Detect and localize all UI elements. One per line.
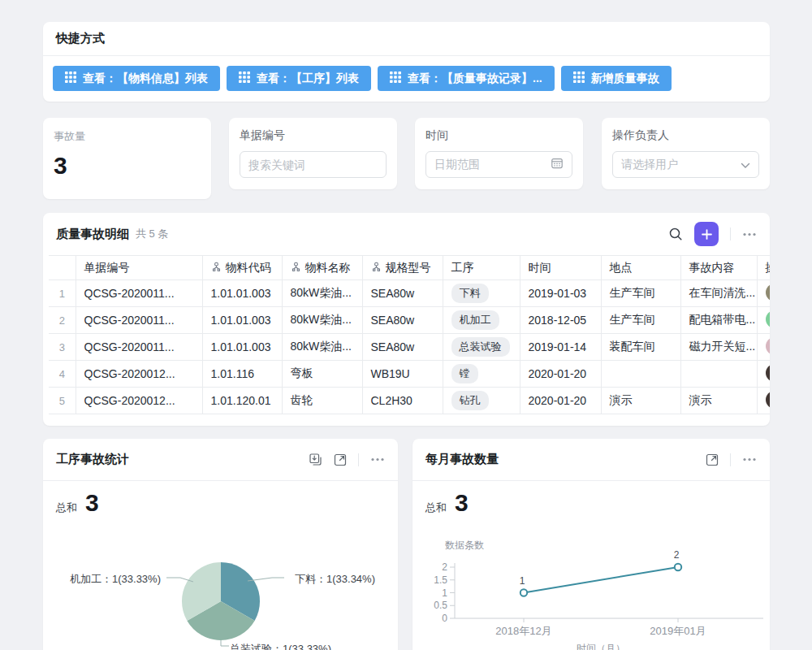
expand-icon[interactable] <box>706 453 719 466</box>
add-record-button[interactable] <box>694 222 719 246</box>
cell-num: 2 <box>49 307 76 334</box>
cell-spec: SEA80w <box>362 280 443 307</box>
x-tick-label: 2019年01月 <box>650 625 706 637</box>
x-tick-label: 2018年12月 <box>495 625 551 637</box>
avatar[interactable] <box>766 284 771 301</box>
incident-count-card: 事故量 3 <box>43 118 211 199</box>
cell-place: 装配车间 <box>601 334 680 361</box>
cell-mat_code: 1.01.01.003 <box>202 280 282 307</box>
cell-content: 演示 <box>680 388 757 414</box>
monthly-incident-line-card: 每月事故数量 总和 3 数据条数00.511.522018年12月2019年01… <box>412 439 770 650</box>
table-row[interactable]: 4QCSG-2020012...1.01.116弯板WB19U镗2020-01-… <box>49 361 770 388</box>
avatar[interactable] <box>766 391 771 409</box>
button-label: 查看：【物料信息】列表 <box>83 72 208 86</box>
operator-select-placeholder: 请选择用户 <box>621 158 736 172</box>
view-material-list-button[interactable]: 查看：【物料信息】列表 <box>53 66 220 91</box>
shortcuts-card: 快捷方式 查看：【物料信息】列表 查看：【工序】列表 查看：【质量事故记录】..… <box>43 22 770 102</box>
view-quality-records-button[interactable]: 查看：【质量事故记录】... <box>378 66 555 91</box>
y-tick-label: 0.5 <box>434 600 447 611</box>
relation-icon <box>211 262 222 275</box>
avatar[interactable] <box>766 337 771 355</box>
date-range-picker[interactable]: 日期范围 <box>425 151 572 178</box>
cell-avatar <box>757 388 770 414</box>
cell-spec: SEA80w <box>362 307 443 334</box>
data-point[interactable] <box>675 564 681 570</box>
cell-place: 演示 <box>601 388 680 414</box>
column-header-mat_code[interactable]: 物料代码 <box>202 256 282 280</box>
cell-mat_name: 80kW柴油... <box>282 307 362 334</box>
column-header-spec[interactable]: 规格型号 <box>362 256 443 280</box>
relation-icon <box>291 262 301 275</box>
table-row[interactable]: 2QCSG-2020011...1.01.01.00380kW柴油...SEA8… <box>49 307 770 334</box>
more-options-icon[interactable] <box>370 457 385 462</box>
table-row[interactable]: 5QCSG-2020012...1.01.120.01齿轮CL2H30钻孔202… <box>49 388 770 414</box>
chart-toolbar-divider <box>358 453 359 466</box>
cell-time: 2019-01-03 <box>520 280 601 307</box>
calendar-icon <box>551 157 564 173</box>
process-incident-pie-card: 工序事故统计 总和 <box>43 439 398 650</box>
export-image-icon[interactable] <box>309 453 322 466</box>
column-header-code[interactable]: 单据编号 <box>76 256 202 280</box>
cell-mat_code: 1.01.120.01 <box>202 388 282 414</box>
grid-icon <box>65 72 76 85</box>
table-row[interactable]: 1QCSG-2020011...1.01.01.00380kW柴油...SEA8… <box>49 280 770 307</box>
view-process-list-button[interactable]: 查看：【工序】列表 <box>227 66 371 91</box>
data-point-label: 1 <box>520 575 525 587</box>
table-row[interactable]: 3QCSG-2020011...1.01.01.00380kW柴油...SEA8… <box>49 334 770 361</box>
y-tick-label: 1.5 <box>434 574 447 586</box>
column-header-process[interactable]: 工序 <box>443 256 520 280</box>
pie-label-zongzhuangshiyan: 总装试验：1(33.33%) <box>230 642 331 650</box>
cell-mat_code: 1.01.116 <box>202 361 282 388</box>
cell-mat_name: 80kW柴油... <box>282 280 362 307</box>
date-range-placeholder: 日期范围 <box>434 158 546 172</box>
cell-time: 2020-01-20 <box>520 388 601 414</box>
cell-num: 5 <box>49 388 76 414</box>
cell-place: 生产车间 <box>601 280 680 307</box>
y-tick-label: 2 <box>442 561 447 573</box>
toolbar-divider <box>730 228 731 240</box>
pie-leader-line <box>221 640 229 646</box>
search-button[interactable] <box>668 227 683 241</box>
operator-filter-label: 操作负责人 <box>602 118 770 143</box>
data-point[interactable] <box>520 589 527 596</box>
add-quality-incident-button[interactable]: 新增质量事故 <box>561 66 672 91</box>
table-title: 质量事故明细 <box>56 227 129 242</box>
pie-label-xialiao: 下料：1(33.34%) <box>295 572 375 587</box>
more-options-icon[interactable] <box>742 232 757 236</box>
column-header-num[interactable] <box>49 256 76 280</box>
table-toolbar: 质量事故明细 共 5 条 <box>43 213 770 255</box>
line-chart-title: 每月事故数量 <box>425 452 499 467</box>
avatar[interactable] <box>766 310 771 328</box>
time-filter-card: 时间 日期范围 <box>415 118 583 189</box>
cell-process: 机加工 <box>443 307 520 334</box>
cell-mat_name: 80kW柴油... <box>282 334 362 361</box>
cell-time: 2020-01-20 <box>520 361 601 388</box>
expand-icon[interactable] <box>334 453 347 466</box>
cell-time: 2019-01-14 <box>520 334 601 361</box>
column-header-time[interactable]: 时间 <box>520 256 601 280</box>
cell-code: QCSG-2020012... <box>76 361 202 388</box>
line-series <box>524 567 678 593</box>
avatar[interactable] <box>766 364 771 382</box>
cell-code: QCSG-2020011... <box>76 307 202 334</box>
quality-incident-table-card: 质量事故明细 共 5 条 单据编号物料代码物料名称规格型号工序时间地点 <box>43 213 770 426</box>
column-header-avatar[interactable]: 操作负责人 <box>757 256 770 280</box>
more-options-icon[interactable] <box>742 457 757 462</box>
shortcuts-title: 快捷方式 <box>43 22 770 56</box>
column-header-mat_name[interactable]: 物料名称 <box>282 256 362 280</box>
process-tag: 钻孔 <box>451 391 489 410</box>
cell-content: 配电箱带电... <box>680 307 757 334</box>
pie-leader-line <box>248 578 284 581</box>
cell-spec: SEA80w <box>362 334 443 361</box>
cell-content: 磁力开关短... <box>680 334 757 361</box>
column-header-place[interactable]: 地点 <box>601 256 680 280</box>
table-record-count: 共 5 条 <box>136 227 168 241</box>
cell-code: QCSG-2020011... <box>76 280 202 307</box>
chevron-down-icon <box>741 158 750 172</box>
column-header-content[interactable]: 事故内容 <box>680 256 757 280</box>
line-total-value: 3 <box>455 489 469 517</box>
cell-spec: CL2H30 <box>362 388 443 414</box>
operator-select[interactable]: 请选择用户 <box>612 151 759 178</box>
cell-mat_name: 弯板 <box>282 361 362 388</box>
doc-no-search-input[interactable] <box>248 158 378 171</box>
